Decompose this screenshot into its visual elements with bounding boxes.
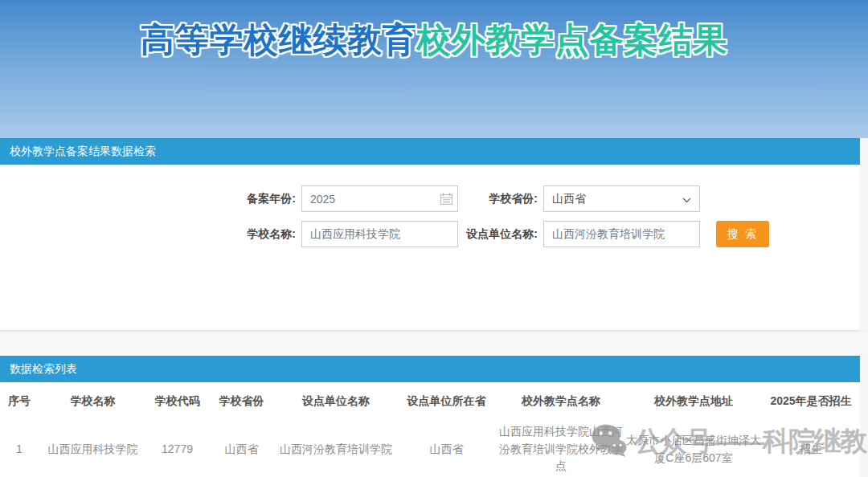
school-province-select[interactable]: 山西省: [543, 186, 700, 212]
cell-unit-prov: 山西省: [396, 441, 497, 459]
column-header-enroll-2025: 2025年是否招生: [762, 393, 860, 410]
result-section: 数据检索列表 序号 学校名称 学校代码 学校省份 设点单位名称 设点单位所在省 …: [0, 356, 860, 477]
school-province-selected-value: 山西省: [552, 192, 586, 206]
page-title-part1: 高等学校继续教育: [141, 21, 417, 59]
cell-unit-name: 山西河汾教育培训学院: [276, 441, 396, 459]
search-section-header: 校外教学点备案结果数据检索: [0, 138, 860, 165]
cell-school-code: 12779: [147, 441, 207, 459]
column-header-school-code: 学校代码: [147, 393, 207, 410]
column-header-school-prov: 学校省份: [207, 393, 276, 410]
table-header-row: 序号 学校名称 学校代码 学校省份 设点单位名称 设点单位所在省 校外教学点名称…: [0, 382, 860, 420]
search-button[interactable]: 搜 索: [716, 221, 769, 247]
column-header-site-name: 校外教学点名称: [497, 393, 625, 410]
cell-school-prov: 山西省: [207, 441, 276, 459]
column-header-site-address: 校外教学点地址: [625, 393, 762, 410]
unit-name-field[interactable]: [543, 221, 700, 247]
search-form-row-1: 备案年份: 学校省份: 山西省: [189, 186, 860, 212]
cell-index: 1: [0, 441, 39, 459]
page-banner: 高等学校继续教育校外教学点备案结果: [0, 0, 868, 138]
column-header-unit-name: 设点单位名称: [276, 393, 396, 410]
page-title-part2: 校外教学点备案结果: [417, 21, 728, 59]
year-field-label: 备案年份:: [189, 192, 301, 206]
school-name-field[interactable]: [301, 221, 458, 247]
cell-school-name: 山西应用科技学院: [39, 441, 147, 459]
search-form-row-2: 学校名称: 设点单位名称: 搜 索: [189, 221, 860, 247]
cell-site-address: 太原市小店区昌盛街坤泽大厦C座6层607室: [625, 432, 762, 467]
table-row: 1 山西应用科技学院 12779 山西省 山西河汾教育培训学院 山西省 山西应用…: [0, 420, 860, 477]
column-header-unit-prov: 设点单位所在省: [396, 393, 497, 410]
unit-name-label: 设点单位名称:: [458, 227, 543, 242]
column-header-index: 序号: [0, 393, 39, 410]
result-section-header: 数据检索列表: [0, 356, 860, 382]
year-field[interactable]: [301, 186, 458, 212]
main-content: 校外教学点备案结果数据检索 备案年份: 学校省份: 山西省: [0, 138, 860, 331]
search-panel: 备案年份: 学校省份: 山西省: [0, 165, 860, 331]
chevron-down-icon: [682, 193, 691, 206]
cell-enroll-2025: 招生: [762, 441, 860, 459]
province-select-label: 学校省份:: [458, 192, 543, 206]
section-divider: [0, 331, 868, 356]
column-header-school-name: 学校名称: [39, 393, 147, 410]
page-title: 高等学校继续教育校外教学点备案结果: [0, 0, 868, 63]
year-field-wrap: [301, 186, 458, 212]
cell-site-name: 山西应用科技学院山西河汾教育培训学院校外教学点: [497, 423, 625, 475]
school-name-label: 学校名称:: [189, 227, 301, 242]
